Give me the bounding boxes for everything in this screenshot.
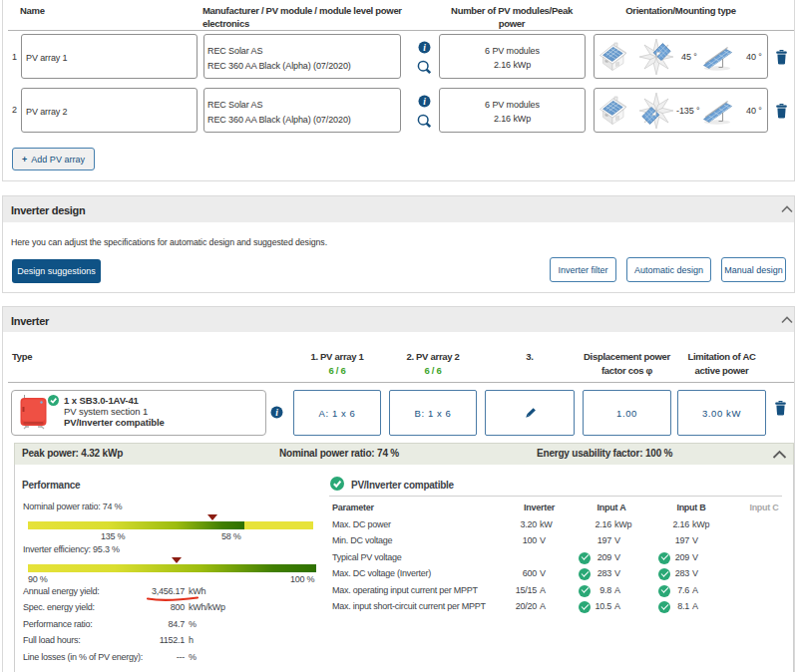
svg-text:i: i [423, 97, 426, 107]
svg-text:i: i [275, 408, 278, 418]
svg-text:i: i [423, 43, 426, 53]
